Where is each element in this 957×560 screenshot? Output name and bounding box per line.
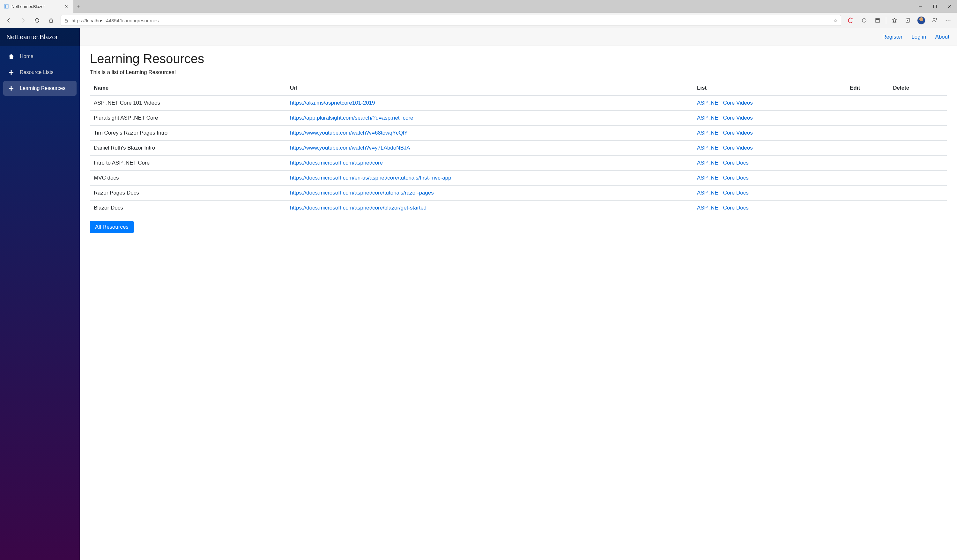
col-list: List	[693, 81, 846, 96]
resource-list-link[interactable]: ASP .NET Core Videos	[697, 130, 753, 136]
resource-url-link[interactable]: https://docs.microsoft.com/aspnet/core/b…	[290, 205, 426, 211]
resource-list-link[interactable]: ASP .NET Core Videos	[697, 100, 753, 106]
resource-list-link[interactable]: ASP .NET Core Videos	[697, 145, 753, 151]
svg-rect-19	[9, 56, 13, 59]
cell-name: Daniel Roth's Blazor Intro	[90, 140, 286, 156]
cell-edit	[846, 200, 889, 216]
cell-edit	[846, 156, 889, 170]
svg-point-18	[950, 20, 951, 21]
cell-name: Blazor Docs	[90, 200, 286, 216]
cell-list: ASP .NET Core Docs	[693, 186, 846, 200]
login-link[interactable]: Log in	[911, 34, 926, 40]
cell-name: MVC docs	[90, 170, 286, 186]
svg-rect-10	[876, 19, 880, 20]
resource-url-link[interactable]: https://www.youtube.com/watch?v=y7LAbdoN…	[290, 145, 410, 151]
table-row: Daniel Roth's Blazor Introhttps://www.yo…	[90, 140, 947, 156]
sidebar-item-resource-lists[interactable]: Resource Lists	[3, 65, 77, 80]
resource-list-link[interactable]: ASP .NET Core Docs	[697, 175, 749, 181]
page-title: Learning Resources	[90, 52, 947, 66]
maximize-button[interactable]	[928, 0, 942, 13]
col-edit: Edit	[846, 81, 889, 96]
cell-url: https://docs.microsoft.com/aspnet/core	[286, 156, 693, 170]
address-bar[interactable]: https://localhost:44354/learningresource…	[61, 15, 841, 26]
cell-name: Tim Corey's Razor Pages Intro	[90, 126, 286, 140]
cell-list: ASP .NET Core Videos	[693, 126, 846, 140]
browser-toolbar: https://localhost:44354/learningresource…	[0, 13, 957, 28]
new-tab-button[interactable]: +	[73, 3, 83, 10]
cell-delete	[889, 156, 947, 170]
resource-url-link[interactable]: https://docs.microsoft.com/aspnet/core	[290, 160, 383, 166]
svg-point-16	[946, 20, 947, 21]
browser-chrome: NetLearner.Blazor ✕ + https://localhost:…	[0, 0, 957, 28]
collections-button[interactable]	[902, 14, 914, 27]
refresh-button[interactable]	[31, 14, 43, 27]
favicon-icon	[4, 4, 9, 9]
resource-list-link[interactable]: ASP .NET Core Docs	[697, 205, 749, 211]
profile-avatar[interactable]	[915, 14, 928, 27]
cell-list: ASP .NET Core Docs	[693, 170, 846, 186]
svg-point-15	[933, 19, 935, 21]
back-button[interactable]	[3, 14, 15, 27]
plus-icon	[8, 69, 15, 76]
cell-url: https://docs.microsoft.com/aspnet/core/b…	[286, 200, 693, 216]
resource-list-link[interactable]: ASP .NET Core Docs	[697, 160, 749, 166]
close-tab-icon[interactable]: ✕	[63, 3, 69, 9]
resource-list-link[interactable]: ASP .NET Core Videos	[697, 115, 753, 121]
resource-url-link[interactable]: https://www.youtube.com/watch?v=68towqYc…	[290, 130, 408, 136]
col-url: Url	[286, 81, 693, 96]
reader-icon[interactable]	[871, 14, 884, 27]
cell-url: https://docs.microsoft.com/aspnet/core/t…	[286, 186, 693, 200]
sidebar-item-learning-resources[interactable]: Learning Resources	[3, 81, 77, 96]
tab-strip: NetLearner.Blazor ✕ +	[0, 0, 957, 13]
window-controls	[913, 0, 957, 13]
sidebar-item-label: Home	[20, 54, 33, 59]
resources-table: Name Url List Edit Delete ASP .NET Core …	[90, 81, 947, 215]
main: Register Log in About Learning Resources…	[80, 28, 957, 560]
forward-button[interactable]	[17, 14, 29, 27]
svg-point-17	[948, 20, 949, 21]
cell-url: https://docs.microsoft.com/en-us/aspnet/…	[286, 170, 693, 186]
about-link[interactable]: About	[935, 34, 949, 40]
all-resources-button[interactable]: All Resources	[90, 221, 134, 233]
extension-icon[interactable]	[858, 14, 870, 27]
favorites-button[interactable]	[888, 14, 901, 27]
svg-marker-7	[848, 18, 853, 23]
page-subtitle: This is a list of Learning Resources!	[90, 69, 947, 76]
address-url: https://localhost:44354/learningresource…	[71, 18, 830, 23]
table-row: ASP .NET Core 101 Videoshttps://aka.ms/a…	[90, 95, 947, 110]
sidebar: NetLearner.Blazor Home Resource Lists Le…	[0, 28, 80, 560]
resource-url-link[interactable]: https://docs.microsoft.com/en-us/aspnet/…	[290, 175, 451, 181]
col-name: Name	[90, 81, 286, 96]
lock-icon	[64, 19, 68, 23]
cell-list: ASP .NET Core Docs	[693, 156, 846, 170]
brand-title: NetLearner.Blazor	[0, 28, 80, 46]
favorite-icon[interactable]: ☆	[833, 17, 838, 24]
minimize-button[interactable]	[913, 0, 928, 13]
cell-edit	[846, 186, 889, 200]
adblock-icon[interactable]	[844, 14, 857, 27]
svg-rect-6	[65, 21, 68, 22]
cell-edit	[846, 126, 889, 140]
cell-edit	[846, 140, 889, 156]
close-window-button[interactable]	[942, 0, 957, 13]
cell-name: Razor Pages Docs	[90, 186, 286, 200]
more-icon[interactable]	[942, 14, 954, 27]
cell-url: https://app.pluralsight.com/search/?q=as…	[286, 110, 693, 126]
table-row: Razor Pages Docshttps://docs.microsoft.c…	[90, 186, 947, 200]
home-button[interactable]	[45, 14, 57, 27]
resource-url-link[interactable]: https://aka.ms/aspnetcore101-2019	[290, 100, 375, 106]
resource-list-link[interactable]: ASP .NET Core Docs	[697, 190, 749, 196]
cell-name: Intro to ASP .NET Core	[90, 156, 286, 170]
svg-point-8	[862, 19, 866, 22]
resource-url-link[interactable]: https://app.pluralsight.com/search/?q=as…	[290, 115, 414, 121]
tab-title: NetLearner.Blazor	[11, 4, 61, 9]
register-link[interactable]: Register	[882, 34, 902, 40]
sidebar-item-home[interactable]: Home	[3, 49, 77, 64]
cell-edit	[846, 170, 889, 186]
resource-url-link[interactable]: https://docs.microsoft.com/aspnet/core/t…	[290, 190, 434, 196]
table-row: Intro to ASP .NET Corehttps://docs.micro…	[90, 156, 947, 170]
feedback-icon[interactable]	[928, 14, 941, 27]
browser-tab[interactable]: NetLearner.Blazor ✕	[0, 0, 73, 13]
cell-name: Pluralsight ASP .NET Core	[90, 110, 286, 126]
cell-edit	[846, 95, 889, 110]
